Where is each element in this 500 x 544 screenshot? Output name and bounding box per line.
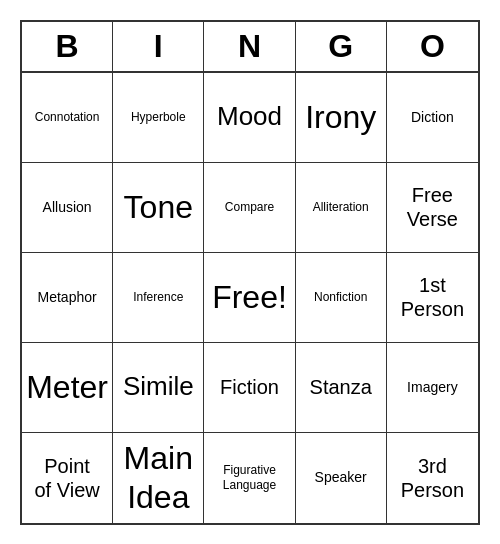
cell-r1-c1: Tone [113,163,204,253]
header-letter: G [296,22,387,71]
cell-label: Meter [26,368,108,406]
cell-label: Inference [133,290,183,304]
cell-r1-c0: Allusion [22,163,113,253]
header-letter: B [22,22,113,71]
cell-label: Mood [217,101,282,132]
cell-label: Connotation [35,110,100,124]
cell-label: Imagery [407,379,458,396]
cell-label: FigurativeLanguage [223,463,276,492]
cell-r2-c0: Metaphor [22,253,113,343]
cell-r0-c3: Irony [296,73,387,163]
cell-label: Fiction [220,375,279,399]
cell-label: Free! [212,278,287,316]
cell-label: Irony [305,98,376,136]
cell-r4-c3: Speaker [296,433,387,523]
cell-label: Tone [124,188,193,226]
cell-r2-c4: 1stPerson [387,253,478,343]
header-letter: I [113,22,204,71]
cell-label: Speaker [315,469,367,486]
cell-label: Diction [411,109,454,126]
cell-r1-c3: Alliteration [296,163,387,253]
cell-r4-c4: 3rdPerson [387,433,478,523]
cell-label: Simile [123,371,194,402]
bingo-card: BINGO ConnotationHyperboleMoodIronyDicti… [20,20,480,525]
cell-r2-c1: Inference [113,253,204,343]
cell-r3-c4: Imagery [387,343,478,433]
cell-label: Alliteration [313,200,369,214]
cell-r1-c2: Compare [204,163,295,253]
cell-r4-c2: FigurativeLanguage [204,433,295,523]
cell-label: Allusion [43,199,92,216]
cell-r4-c0: Pointof View [22,433,113,523]
cell-r0-c1: Hyperbole [113,73,204,163]
cell-r3-c0: Meter [22,343,113,433]
bingo-header: BINGO [22,22,478,73]
cell-r3-c3: Stanza [296,343,387,433]
cell-label: 3rdPerson [401,454,464,502]
cell-label: 1stPerson [401,273,464,321]
cell-r0-c0: Connotation [22,73,113,163]
cell-label: MainIdea [124,439,193,516]
cell-r3-c1: Simile [113,343,204,433]
cell-label: Stanza [310,375,372,399]
bingo-grid: ConnotationHyperboleMoodIronyDictionAllu… [22,73,478,523]
cell-r1-c4: FreeVerse [387,163,478,253]
cell-r2-c3: Nonfiction [296,253,387,343]
cell-r0-c2: Mood [204,73,295,163]
header-letter: N [204,22,295,71]
cell-r2-c2: Free! [204,253,295,343]
cell-r3-c2: Fiction [204,343,295,433]
header-letter: O [387,22,478,71]
cell-label: Pointof View [34,454,99,502]
cell-r4-c1: MainIdea [113,433,204,523]
cell-r0-c4: Diction [387,73,478,163]
cell-label: FreeVerse [407,183,458,231]
cell-label: Metaphor [38,289,97,306]
cell-label: Nonfiction [314,290,367,304]
cell-label: Compare [225,200,274,214]
cell-label: Hyperbole [131,110,186,124]
